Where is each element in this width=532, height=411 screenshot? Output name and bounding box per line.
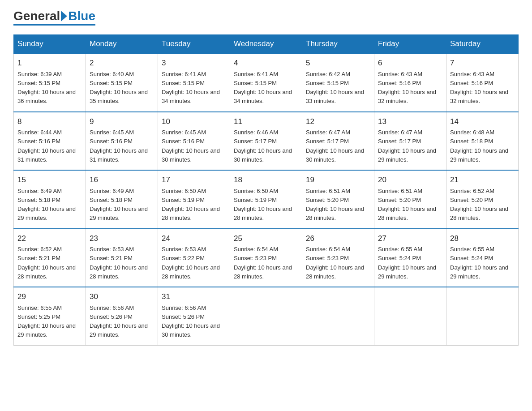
day-info: Sunrise: 6:45 AMSunset: 5:16 PMDaylight:…: [90, 129, 148, 163]
day-info: Sunrise: 6:54 AMSunset: 5:23 PMDaylight:…: [306, 246, 364, 280]
calendar-cell: 11 Sunrise: 6:46 AMSunset: 5:17 PMDaylig…: [230, 112, 302, 171]
day-info: Sunrise: 6:54 AMSunset: 5:23 PMDaylight:…: [234, 246, 292, 280]
day-number: 18: [234, 174, 298, 186]
calendar-cell: 20 Sunrise: 6:51 AMSunset: 5:20 PMDaylig…: [374, 170, 446, 229]
weekday-header-row: SundayMondayTuesdayWednesdayThursdayFrid…: [14, 35, 519, 54]
day-number: 2: [90, 57, 154, 69]
day-number: 30: [90, 291, 154, 303]
day-number: 8: [17, 116, 82, 128]
calendar-cell: [446, 287, 519, 345]
day-number: 19: [306, 174, 370, 186]
calendar-cell: 24 Sunrise: 6:53 AMSunset: 5:22 PMDaylig…: [158, 229, 230, 287]
day-info: Sunrise: 6:40 AMSunset: 5:15 PMDaylight:…: [90, 71, 148, 105]
day-number: 11: [234, 116, 298, 128]
week-row-2: 8 Sunrise: 6:44 AMSunset: 5:16 PMDayligh…: [14, 112, 519, 171]
calendar-cell: 31 Sunrise: 6:56 AMSunset: 5:26 PMDaylig…: [158, 287, 230, 345]
calendar-cell: 30 Sunrise: 6:56 AMSunset: 5:26 PMDaylig…: [86, 287, 158, 345]
day-number: 27: [378, 233, 442, 244]
day-number: 5: [306, 57, 370, 69]
calendar-cell: 3 Sunrise: 6:41 AMSunset: 5:15 PMDayligh…: [158, 53, 230, 112]
day-number: 31: [162, 291, 226, 303]
calendar-cell: 9 Sunrise: 6:45 AMSunset: 5:16 PMDayligh…: [86, 112, 158, 171]
day-info: Sunrise: 6:55 AMSunset: 5:24 PMDaylight:…: [378, 246, 436, 280]
calendar-cell: 8 Sunrise: 6:44 AMSunset: 5:16 PMDayligh…: [14, 112, 86, 171]
day-number: 6: [378, 57, 442, 69]
weekday-header-saturday: Saturday: [446, 35, 519, 54]
day-info: Sunrise: 6:55 AMSunset: 5:24 PMDaylight:…: [450, 246, 508, 280]
calendar-cell: 14 Sunrise: 6:48 AMSunset: 5:18 PMDaylig…: [446, 112, 519, 171]
calendar-cell: 21 Sunrise: 6:52 AMSunset: 5:20 PMDaylig…: [446, 170, 519, 229]
day-info: Sunrise: 6:50 AMSunset: 5:19 PMDaylight:…: [234, 188, 292, 222]
calendar-table: SundayMondayTuesdayWednesdayThursdayFrid…: [13, 34, 519, 346]
day-number: 23: [90, 233, 154, 244]
day-info: Sunrise: 6:45 AMSunset: 5:16 PMDaylight:…: [162, 129, 220, 163]
day-info: Sunrise: 6:56 AMSunset: 5:26 PMDaylight:…: [162, 304, 220, 338]
calendar-cell: 15 Sunrise: 6:49 AMSunset: 5:18 PMDaylig…: [14, 170, 86, 229]
day-info: Sunrise: 6:53 AMSunset: 5:21 PMDaylight:…: [90, 246, 148, 280]
day-info: Sunrise: 6:51 AMSunset: 5:20 PMDaylight:…: [378, 188, 436, 222]
calendar-cell: 10 Sunrise: 6:45 AMSunset: 5:16 PMDaylig…: [158, 112, 230, 171]
calendar-cell: 23 Sunrise: 6:53 AMSunset: 5:21 PMDaylig…: [86, 229, 158, 287]
day-number: 3: [162, 57, 226, 69]
calendar-cell: 28 Sunrise: 6:55 AMSunset: 5:24 PMDaylig…: [446, 229, 519, 287]
day-number: 7: [450, 57, 515, 69]
day-info: Sunrise: 6:44 AMSunset: 5:16 PMDaylight:…: [17, 129, 76, 163]
calendar-cell: 27 Sunrise: 6:55 AMSunset: 5:24 PMDaylig…: [374, 229, 446, 287]
calendar-cell: 5 Sunrise: 6:42 AMSunset: 5:15 PMDayligh…: [302, 53, 374, 112]
week-row-5: 29 Sunrise: 6:55 AMSunset: 5:25 PMDaylig…: [14, 287, 519, 345]
day-info: Sunrise: 6:56 AMSunset: 5:26 PMDaylight:…: [90, 304, 148, 338]
calendar-cell: 13 Sunrise: 6:47 AMSunset: 5:17 PMDaylig…: [374, 112, 446, 171]
calendar-cell: 17 Sunrise: 6:50 AMSunset: 5:19 PMDaylig…: [158, 170, 230, 229]
calendar-cell: 6 Sunrise: 6:43 AMSunset: 5:16 PMDayligh…: [374, 53, 446, 112]
week-row-3: 15 Sunrise: 6:49 AMSunset: 5:18 PMDaylig…: [14, 170, 519, 229]
weekday-header-friday: Friday: [374, 35, 446, 54]
calendar-cell: 12 Sunrise: 6:47 AMSunset: 5:17 PMDaylig…: [302, 112, 374, 171]
day-number: 25: [234, 233, 298, 244]
weekday-header-monday: Monday: [86, 35, 158, 54]
weekday-header-wednesday: Wednesday: [230, 35, 302, 54]
day-info: Sunrise: 6:46 AMSunset: 5:17 PMDaylight:…: [234, 129, 292, 163]
weekday-header-thursday: Thursday: [302, 35, 374, 54]
week-row-1: 1 Sunrise: 6:39 AMSunset: 5:15 PMDayligh…: [14, 53, 519, 112]
calendar-cell: 19 Sunrise: 6:51 AMSunset: 5:20 PMDaylig…: [302, 170, 374, 229]
weekday-header-tuesday: Tuesday: [158, 35, 230, 54]
calendar-cell: 26 Sunrise: 6:54 AMSunset: 5:23 PMDaylig…: [302, 229, 374, 287]
logo-arrow-icon: [61, 11, 67, 21]
day-info: Sunrise: 6:48 AMSunset: 5:18 PMDaylight:…: [450, 129, 508, 163]
calendar-cell: 22 Sunrise: 6:52 AMSunset: 5:21 PMDaylig…: [14, 229, 86, 287]
day-info: Sunrise: 6:49 AMSunset: 5:18 PMDaylight:…: [90, 188, 148, 222]
calendar-cell: [302, 287, 374, 345]
day-info: Sunrise: 6:39 AMSunset: 5:15 PMDaylight:…: [17, 71, 76, 105]
day-info: Sunrise: 6:42 AMSunset: 5:15 PMDaylight:…: [306, 71, 364, 105]
day-info: Sunrise: 6:52 AMSunset: 5:20 PMDaylight:…: [450, 188, 508, 222]
day-info: Sunrise: 6:47 AMSunset: 5:17 PMDaylight:…: [306, 129, 364, 163]
calendar-cell: 16 Sunrise: 6:49 AMSunset: 5:18 PMDaylig…: [86, 170, 158, 229]
day-number: 4: [234, 57, 298, 69]
logo: General Blue: [13, 9, 95, 26]
day-info: Sunrise: 6:53 AMSunset: 5:22 PMDaylight:…: [162, 246, 220, 280]
logo-underline: [13, 24, 95, 26]
day-info: Sunrise: 6:41 AMSunset: 5:15 PMDaylight:…: [162, 71, 220, 105]
day-info: Sunrise: 6:49 AMSunset: 5:18 PMDaylight:…: [17, 188, 76, 222]
page-header: General Blue: [13, 9, 519, 26]
day-number: 28: [450, 233, 515, 244]
logo-general-text: General: [13, 9, 60, 23]
calendar-cell: 4 Sunrise: 6:41 AMSunset: 5:15 PMDayligh…: [230, 53, 302, 112]
calendar-cell: 1 Sunrise: 6:39 AMSunset: 5:15 PMDayligh…: [14, 53, 86, 112]
day-info: Sunrise: 6:43 AMSunset: 5:16 PMDaylight:…: [378, 71, 436, 105]
day-number: 29: [17, 291, 82, 303]
day-info: Sunrise: 6:51 AMSunset: 5:20 PMDaylight:…: [306, 188, 364, 222]
calendar-cell: 2 Sunrise: 6:40 AMSunset: 5:15 PMDayligh…: [86, 53, 158, 112]
weekday-header-sunday: Sunday: [14, 35, 86, 54]
day-number: 10: [162, 116, 226, 128]
day-info: Sunrise: 6:50 AMSunset: 5:19 PMDaylight:…: [162, 188, 220, 222]
day-number: 12: [306, 116, 370, 128]
day-number: 9: [90, 116, 154, 128]
calendar-cell: 7 Sunrise: 6:43 AMSunset: 5:16 PMDayligh…: [446, 53, 519, 112]
day-number: 15: [17, 174, 82, 186]
day-number: 20: [378, 174, 442, 186]
day-number: 13: [378, 116, 442, 128]
calendar-cell: [230, 287, 302, 345]
day-info: Sunrise: 6:43 AMSunset: 5:16 PMDaylight:…: [450, 71, 508, 105]
day-info: Sunrise: 6:55 AMSunset: 5:25 PMDaylight:…: [17, 304, 76, 338]
